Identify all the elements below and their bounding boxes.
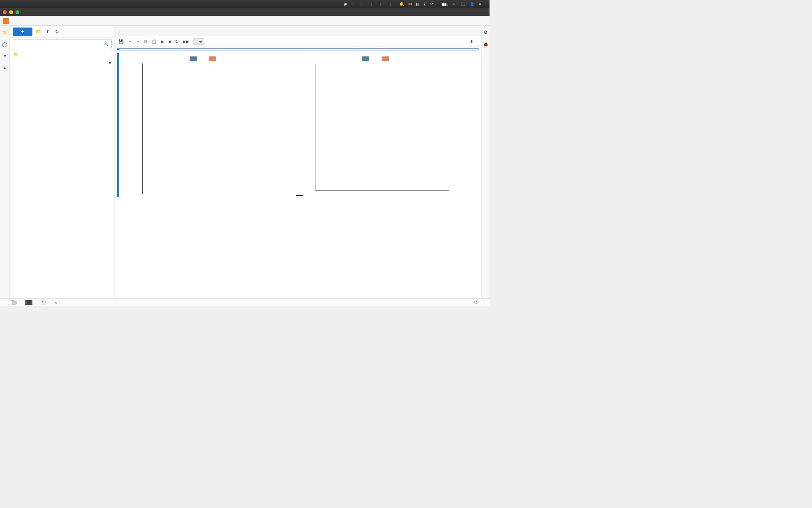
file-list-header[interactable]: ▴ [10, 58, 115, 66]
jupyter-logo-icon [3, 18, 9, 24]
editor-tabs [115, 26, 481, 36]
notification-icon[interactable]: ⬡ [474, 300, 478, 305]
run-icon[interactable]: ▶ [161, 39, 164, 44]
main-area: 💾 ＋ ✂ ⧉ 📋 ▶ ■ ↻ ▶▶ ✻ [115, 26, 481, 298]
record-icon[interactable]: ◉ [344, 2, 347, 6]
simple-mode-toggle[interactable] [8, 300, 17, 305]
cell-type-select[interactable] [193, 38, 204, 45]
stop-icon[interactable]: ■ [168, 39, 171, 44]
app-switch-icon[interactable]: ▤ [416, 2, 419, 6]
extensions-icon[interactable]: ✦ [2, 65, 8, 71]
file-browser-icon[interactable]: 📁 [2, 29, 8, 35]
notebook-content [115, 47, 481, 298]
paste-icon[interactable]: 📋 [152, 39, 157, 44]
breadcrumb[interactable]: 📁 [10, 50, 115, 58]
jupyter-menu [0, 16, 490, 26]
cell-output [117, 53, 479, 197]
wifi-icon[interactable]: ᯤ [453, 2, 456, 6]
file-browser: + 📁 ⬆ ↻ 🔍 📁 ▴ [10, 26, 115, 298]
kernel-settings-icon[interactable]: ✻ [470, 39, 473, 44]
filter-input[interactable] [13, 39, 112, 49]
file-list [10, 66, 115, 298]
box-plot [315, 64, 449, 190]
user-icon[interactable]: 👤 [470, 2, 475, 6]
window-titlebar [0, 8, 490, 16]
notebook-toolbar: 💾 ＋ ✂ ⧉ 📋 ▶ ■ ↻ ▶▶ ✻ [115, 36, 481, 47]
bar-plot [142, 64, 276, 194]
code-cell[interactable] [117, 48, 479, 50]
running-icon[interactable]: ◯ [2, 41, 8, 47]
right-sidebar: ⚙ 🐞 [481, 26, 490, 298]
maximize-window-button[interactable] [16, 10, 19, 14]
debugger-icon[interactable]: 🐞 [483, 41, 488, 47]
run-all-icon[interactable]: ▶▶ [183, 39, 189, 44]
restart-icon[interactable]: ↻ [175, 39, 179, 44]
toc-icon[interactable]: ≡ [2, 53, 8, 59]
new-launcher-button[interactable]: + [13, 28, 32, 36]
minimize-window-button[interactable] [9, 10, 13, 14]
terminal-icon[interactable]: ⬛ [25, 300, 32, 305]
refresh-icon[interactable]: ↻ [54, 29, 60, 34]
notification-icon[interactable]: 🔔 [399, 2, 404, 6]
folder-icon: 📁 [13, 52, 19, 57]
chart-panel-b [295, 55, 457, 194]
upload-icon[interactable]: ⬆ [44, 29, 51, 34]
kernel-icon: ⬚ [41, 300, 47, 305]
kernel-busy-icon: ○ [55, 301, 57, 305]
insert-cell-icon[interactable]: ＋ [128, 38, 132, 44]
bluetooth-icon[interactable]: ᛒ [424, 2, 426, 6]
status-bar: ⬛ ⬚ ○ ⬡ [0, 298, 490, 306]
jupyterlab-window: 📁 ◯ ≡ ✦ + 📁 ⬆ ↻ 🔍 📁 ▴ [0, 8, 490, 306]
cut-icon[interactable]: ✂ [136, 39, 140, 44]
close-window-button[interactable] [3, 10, 7, 14]
property-inspector-icon[interactable]: ⚙ [483, 29, 488, 35]
sync-icon[interactable]: ⟳ [430, 2, 433, 6]
macos-menubar: ◉ ‹ | | | | 🔔 ✉ ▤ ᛒ ⟳ ▮▮▯ ᯤ 🎧 👤 ≡ [0, 0, 490, 8]
headphones-icon[interactable]: 🎧 [461, 2, 466, 6]
activity-bar: 📁 ◯ ≡ ✦ [0, 26, 10, 298]
wechat-icon[interactable]: ✉ [408, 2, 412, 6]
chart-panel-a [123, 55, 285, 194]
copy-icon[interactable]: ⧉ [144, 39, 147, 44]
back-icon[interactable]: ‹ [351, 2, 353, 6]
battery-icon: ▮▮▯ [442, 2, 448, 6]
new-folder-icon[interactable]: 📁 [35, 29, 42, 34]
control-center-icon[interactable]: ≡ [479, 2, 481, 6]
video-subtitle [296, 195, 303, 196]
search-icon: 🔍 [103, 41, 109, 47]
save-icon[interactable]: 💾 [118, 39, 124, 44]
